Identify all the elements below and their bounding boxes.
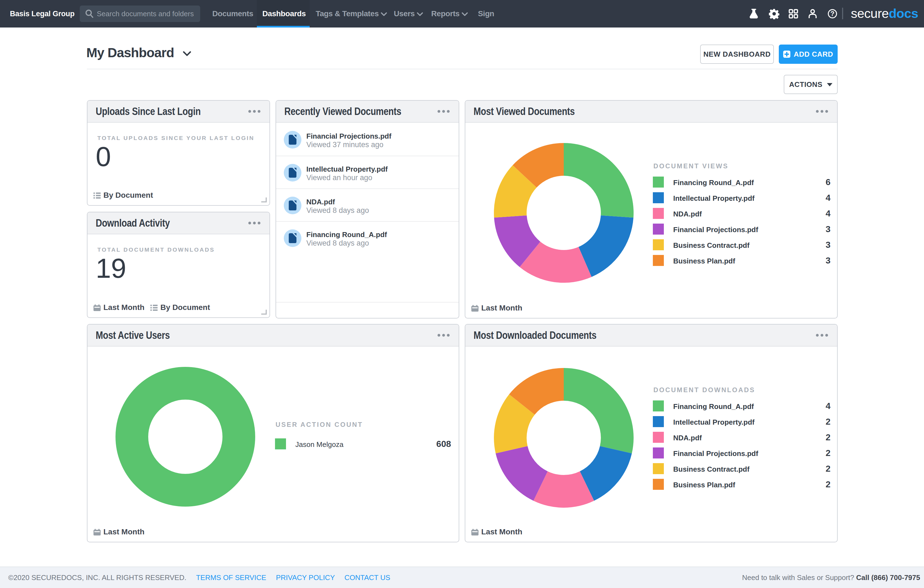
svg-text:?: ?	[830, 10, 835, 17]
